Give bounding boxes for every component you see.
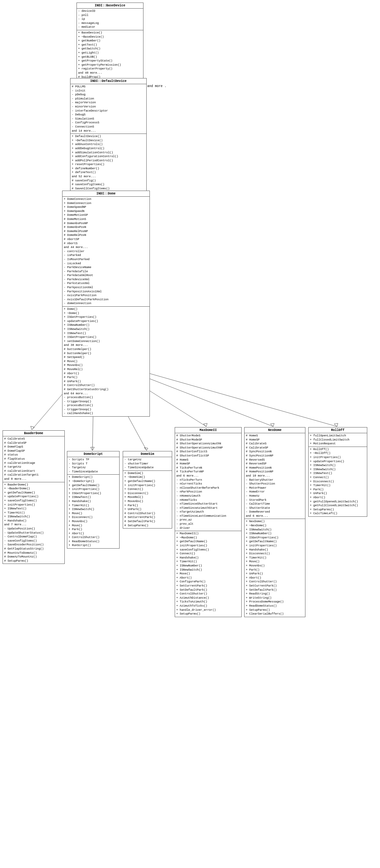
svg-marker-15 [334,423,338,427]
box-section-max-dome-ii-methods: + MaxDomeII() + ~MaxDome() + getDefaultN… [175,531,241,617]
box-roll-off: RollOff + fullOpenLimitSwitch + fullClos… [308,427,367,517]
svg-marker-5 [31,426,34,430]
box-section-dome-script-attrs: - Scripts TP - Scripts T - TargetAz - Ti… [67,457,119,475]
box-title-default-device: INDI::DefaultDevice [70,79,146,84]
svg-marker-7 [91,447,94,451]
box-section-baader-dome-methods: + BaaderDome() + ~BaaderDome() + getDefa… [3,482,64,564]
box-title-nex-dome: NexDome [245,428,305,433]
box-title-max-dome-ii: MaxDomeII [175,428,241,433]
diagram-container: INDI::BaseDevice - deviceID - pAll - ip … [0,0,380,868]
box-section-max-dome-ii-attrs: # ShutterModeS # ShutterModeSP # Shutter… [175,433,241,531]
box-section-dome-methods: + Dome() + ~Dome() + ISGetProperties() +… [62,307,150,416]
box-title-dome-script: DomeScript [67,452,119,457]
box-baader-dome: BaaderDome # CalibrateS # CalibrateSP # … [3,430,65,564]
box-section-roll-off-methods: + RollOff() + ~RollOff() + initPropertie… [309,447,367,517]
box-max-dome-ii: MaxDomeII # ShutterModeS # ShutterModeSP… [175,427,242,617]
box-dome-script: DomeScript - Scripts TP - Scripts T - Ta… [67,451,120,549]
box-title-roll-off: RollOff [309,428,367,433]
box-section-nex-dome-attrs: # HomeS # HomeSP # CalibrateS # Calibrat… [245,433,305,519]
box-dome-sim: DomeSim - targetAz - shutterTimer - Time… [123,451,172,528]
svg-marker-13 [270,423,274,427]
box-title-dome: INDI::Dome [62,191,150,197]
box-section-dome-sim-attrs: - targetAz - shutterTimer - TimeSinceUpd… [123,457,172,471]
svg-marker-11 [203,423,207,427]
svg-marker-9 [144,447,148,451]
box-section-default-device-attrs: # POLLMS - isInit - pDebug - pSimulation… [70,84,146,134]
box-title-base-device: INDI::BaseDevice [77,3,143,9]
box-section-dome-sim-methods: + DomeSim() + ~DomeSim() + getDefaultNam… [123,471,172,528]
box-indi-dome: INDI::Dome + DomeConnection + DomeConnec… [62,191,150,416]
box-section-nex-dome-methods: + NexDome() + ~NexDome() + ISNewSwitch()… [245,519,305,617]
box-title-baader-dome: BaaderDome [3,431,64,436]
box-section-baader-dome-attrs: # CalibrateS # CalibrateSP # DomeFlapS #… [3,436,64,482]
box-section-dome-attrs: + DomeConnection + DomeConnection + Dome… [62,197,150,307]
box-nex-dome: NexDome # HomeS # HomeSP # CalibrateS # … [244,427,306,617]
box-title-dome-sim: DomeSim [123,452,172,457]
box-section-base-device-attrs: - deviceID - pAll - ip - messageLog - me… [77,9,143,30]
and-more-label: and more . [147,85,166,88]
box-section-dome-script-methods: + DomeScript() + ~DomeScript() + getDefa… [67,475,119,548]
box-section-roll-off-attrs: + fullOpenLimitSwitch + fullClosedLimitS… [309,433,367,447]
